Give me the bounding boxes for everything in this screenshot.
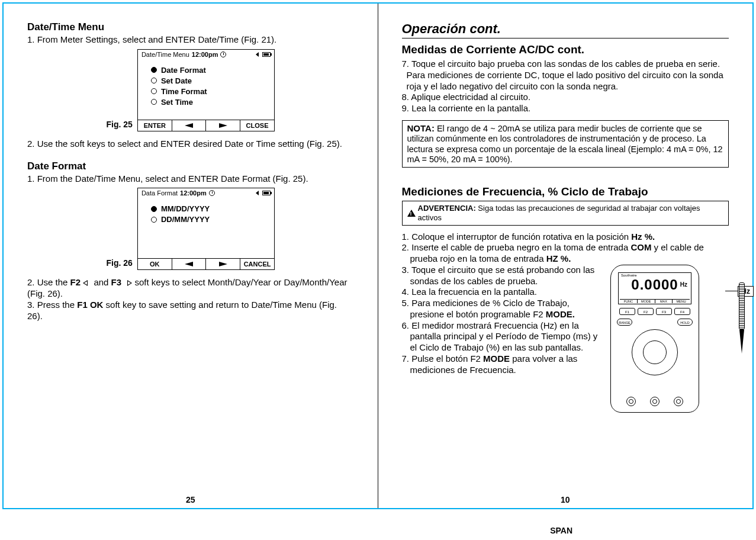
meter-lcd: Southwire 0.0000 Hz FUNC MODE MAX MENU xyxy=(618,272,691,304)
fig25-sk-close: CLOSE xyxy=(240,120,274,131)
fig25-sk-right xyxy=(206,120,240,131)
fig25-opt3-label: Set Time xyxy=(161,98,193,107)
step2-pre: 2. Use the xyxy=(27,277,70,287)
fig26-opt1-label: DD/MM/YYYY xyxy=(161,215,210,224)
fig26-opt-0: MM/DD/YYYY xyxy=(151,204,266,213)
acdc-title: Medidas de Corriente AC/DC cont. xyxy=(402,43,729,56)
fig25-opt-2: Time Format xyxy=(151,87,266,96)
nota-text: El rango de 4 ~ 20mA se utiliza para med… xyxy=(407,124,723,164)
outline-arrow-right-icon xyxy=(124,280,132,286)
speaker-icon xyxy=(256,52,259,57)
fig25-sk-enter: ENTER xyxy=(138,120,172,131)
step3-f1: F1 OK xyxy=(77,300,103,310)
acdc-step9: 9. Lea la corriente en la pantalla. xyxy=(402,103,729,114)
meter-range-hold: RANGE HOLD xyxy=(617,319,693,326)
step2-f2: F2 xyxy=(70,277,81,287)
fig26-sk-right xyxy=(206,259,240,269)
s5-b: MODE. xyxy=(546,309,575,319)
arrow-right-icon xyxy=(219,123,227,128)
meter-unit: Hz xyxy=(680,281,687,288)
fig25-opt0-label: Date Format xyxy=(161,66,206,75)
fig26-opt0-label: MM/DD/YYYY xyxy=(161,204,210,213)
fig26-sk-ok: OK xyxy=(138,259,172,269)
fig25-footer: ENTER CLOSE xyxy=(138,120,274,131)
acdc-step8: 8. Aplique electricidad al circuito. xyxy=(402,92,729,103)
dateformat-step2: 2. Use the F2 and F3 soft keys to select… xyxy=(27,277,354,300)
freq-s6: 6. El medidor mostrará Frecuencia (Hz) e… xyxy=(402,320,605,353)
arrow-right-icon xyxy=(219,262,227,266)
meter-jacks xyxy=(619,397,690,406)
freq-s2: 2. Inserte el cable de prueba negro en l… xyxy=(402,242,729,265)
meter-hold: HOLD xyxy=(677,319,693,326)
nota-label: NOTA: xyxy=(407,123,435,133)
right-column: Operación cont. Medidas de Corriente AC/… xyxy=(378,4,753,508)
fig26-sk-cancel: CANCEL xyxy=(240,259,274,269)
fig26-caption: Fig. 26 xyxy=(107,258,133,268)
warning-icon xyxy=(407,210,416,217)
freq-s1: 1. Coloque el interruptor de función rot… xyxy=(402,232,729,243)
battery-icon xyxy=(262,52,271,57)
test-probe xyxy=(737,282,747,401)
fig25-opt1-label: Set Date xyxy=(161,76,192,85)
meter-fkeys: F1 F2 F3 F4 xyxy=(619,308,690,315)
meter-f1: F1 xyxy=(619,308,635,315)
radio-icon xyxy=(151,99,157,105)
jack-3 xyxy=(674,397,683,406)
s2-b1: COM xyxy=(630,242,651,252)
meter-range: RANGE xyxy=(617,319,632,326)
acdc-step7: 7. Toque el circuito bajo prueba con las… xyxy=(402,59,729,92)
fig26-sk-left xyxy=(172,259,207,269)
meter-sub3: MAX xyxy=(655,300,673,303)
arrow-left-icon xyxy=(185,262,193,266)
jack-2 xyxy=(650,397,660,406)
meter-dial xyxy=(632,329,678,375)
meter-body: Southwire 0.0000 Hz FUNC MODE MAX MENU xyxy=(610,265,699,413)
right-page-number: 10 xyxy=(561,495,570,504)
warning-box: ADVERTENCIA: Siga todas las precauciones… xyxy=(402,201,729,225)
outline-arrow-left-icon xyxy=(83,280,91,286)
meter-f2: F2 xyxy=(638,308,654,315)
fig25-time: 12:00pm xyxy=(192,51,218,58)
fig25-body: Date Format Set Date Time Format Set Tim… xyxy=(138,60,274,120)
fig25-caption: Fig. 25 xyxy=(107,120,133,129)
fig26-header: Data Format 12:00pm xyxy=(138,188,274,199)
datetime-step1: 1. From Meter Settings, select and ENTER… xyxy=(27,34,354,46)
dateformat-step3: 3. Press the F1 OK soft key to save sett… xyxy=(27,300,354,322)
page-border: Date/Time Menu 1. From Meter Settings, s… xyxy=(2,2,754,509)
clock-icon xyxy=(220,52,226,57)
datetime-menu-title: Date/Time Menu xyxy=(27,21,354,33)
fig25-sk-left xyxy=(172,120,207,131)
meter-sublabels: FUNC MODE MAX MENU xyxy=(620,299,690,303)
jack-1 xyxy=(626,397,636,406)
freq-s3: 3. Toque el circuito que se está proband… xyxy=(402,265,605,287)
freq-s5: 5. Para mediciones de % Ciclo de Trabajo… xyxy=(402,298,605,320)
step3-pre: 3. Press the xyxy=(27,300,77,310)
s5-pre: 5. Para mediciones de % Ciclo de Trabajo… xyxy=(402,298,570,319)
freq-s4: 4. Lea la frecuencia en la pantalla. xyxy=(402,287,605,298)
s7-b: MODE xyxy=(483,353,510,364)
probe-tip xyxy=(739,330,744,353)
meter-sub1: FUNC xyxy=(620,300,638,303)
fig25-opt-0: Date Format xyxy=(151,66,266,75)
fig26-opt-1: DD/MM/YYYY xyxy=(151,215,266,224)
fig25-screen: Date/Time Menu 12:00pm Date Format Set D… xyxy=(137,49,275,131)
fig25-opt2-label: Time Format xyxy=(161,87,207,96)
probe-handle xyxy=(739,282,745,330)
left-page-number: 25 xyxy=(186,495,195,504)
arrow-left-icon xyxy=(185,123,193,128)
fig26-time: 12:00pm xyxy=(180,189,207,197)
radio-filled-icon xyxy=(151,206,157,212)
datetime-step2: 2. Use the soft keys to select and ENTER… xyxy=(27,139,354,150)
freq-title: Mediciones de Frecuencia, % Ciclo de Tra… xyxy=(402,185,729,198)
multimeter-illustration: Southwire 0.0000 Hz FUNC MODE MAX MENU xyxy=(610,265,729,430)
fig25-wrap: Fig. 25 Date/Time Menu 12:00pm Date Form… xyxy=(27,49,354,131)
fig25-opt-1: Set Date xyxy=(151,76,266,85)
warn-label: ADVERTENCIA: xyxy=(418,204,476,213)
fig25-header-title: Date/Time Menu xyxy=(141,51,189,58)
fig26-screen: Data Format 12:00pm MM/DD/YYYY DD/MM/YYY… xyxy=(137,188,275,270)
meter-sub2: MODE xyxy=(638,300,655,303)
fig26-header-title: Data Format xyxy=(141,189,178,197)
s1-b: Hz %. xyxy=(631,232,655,242)
s2-pre: 2. Inserte el cable de prueba negro en l… xyxy=(402,242,631,252)
dateformat-step1: 1. From the Date/Time Menu, select and E… xyxy=(27,173,354,185)
